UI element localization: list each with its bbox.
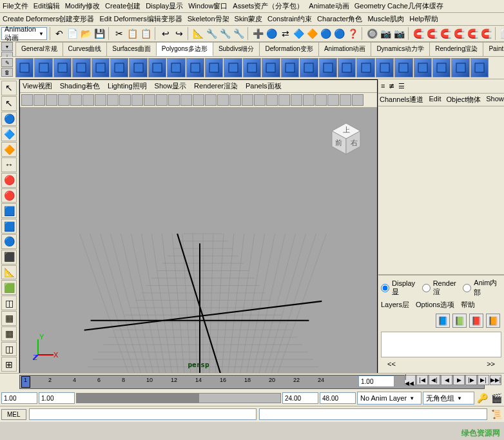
menu-animate[interactable]: Animate动画 bbox=[309, 1, 349, 11]
toolbar-icon[interactable]: ✂ bbox=[113, 27, 126, 40]
play-button[interactable]: |▶ bbox=[465, 375, 477, 385]
shelf-button[interactable] bbox=[205, 58, 223, 77]
layer-action-icon[interactable]: 📙 bbox=[486, 314, 500, 328]
range-slider[interactable] bbox=[76, 393, 281, 403]
toolbar-icon[interactable]: 🔵 bbox=[333, 27, 346, 40]
shelf-button[interactable] bbox=[432, 58, 451, 77]
anim-start-field[interactable] bbox=[39, 392, 75, 404]
viewport-tool-icon[interactable] bbox=[303, 94, 315, 106]
viewport-tool-icon[interactable] bbox=[254, 94, 266, 106]
viewport-tool-icon[interactable] bbox=[46, 94, 57, 106]
layer-radio-anim[interactable] bbox=[463, 284, 471, 292]
shelf-tab[interactable]: PaintEffects画笔特 bbox=[483, 42, 504, 56]
shelf-trash-icon[interactable]: 🗑 bbox=[1, 68, 13, 77]
tool-button[interactable]: ↔ bbox=[1, 157, 17, 172]
tool-button[interactable]: 🔶 bbox=[1, 142, 17, 157]
layer-action-icon[interactable]: 📗 bbox=[452, 314, 467, 328]
tool-button[interactable]: 🔵 bbox=[1, 234, 17, 249]
viewport-tool-icon[interactable] bbox=[34, 94, 45, 106]
toolbar-icon[interactable]: 🔧 bbox=[233, 27, 246, 40]
channel-icon[interactable]: ☰ bbox=[398, 82, 405, 90]
tool-button[interactable]: ↖ bbox=[1, 81, 17, 95]
layer-list[interactable] bbox=[381, 332, 501, 357]
shelf-tab[interactable]: Rendering渲染 bbox=[429, 42, 483, 56]
shelf-button[interactable] bbox=[129, 58, 147, 77]
toolbar-icon[interactable]: 📂 bbox=[80, 27, 93, 40]
viewport-3d[interactable]: 上 前 右 Y X Z persp bbox=[20, 108, 377, 373]
anim-layer-dropdown[interactable]: No Anim Layer bbox=[357, 392, 422, 405]
vp-menu-view[interactable]: View视图 bbox=[23, 81, 52, 91]
shelf-edit-icon[interactable]: ✎ bbox=[1, 58, 13, 67]
play-button[interactable]: ▶| bbox=[478, 375, 489, 385]
vp-menu-panels[interactable]: Panels面板 bbox=[246, 81, 282, 91]
tool-button[interactable]: 🔴 bbox=[1, 173, 17, 188]
layout-button[interactable]: ⊞ bbox=[1, 357, 17, 372]
menu-character[interactable]: Character角色 bbox=[317, 14, 362, 24]
shelf-button[interactable] bbox=[243, 58, 261, 77]
viewport-tool-icon[interactable] bbox=[229, 94, 241, 106]
channel-icon[interactable]: ≢ bbox=[389, 82, 394, 90]
toolbar-icon[interactable]: 📷 bbox=[380, 27, 393, 40]
tool-button[interactable]: 🟦 bbox=[1, 219, 17, 234]
tab-edit[interactable]: Edit bbox=[429, 95, 441, 105]
shelf-tab[interactable]: Curves曲线 bbox=[63, 42, 108, 56]
toolbar-icon[interactable]: 🔘 bbox=[366, 27, 379, 40]
menu-create-deformers[interactable]: Create Deformers创建变形器 bbox=[3, 14, 94, 24]
vp-menu-shading[interactable]: Shading着色 bbox=[60, 81, 100, 91]
script-editor-icon[interactable]: 📜 bbox=[490, 408, 503, 421]
play-button[interactable]: ◀ bbox=[441, 375, 452, 385]
toolbar-icon[interactable]: 🔧 bbox=[219, 27, 232, 40]
shelf-button[interactable] bbox=[451, 58, 469, 77]
shelf-button[interactable] bbox=[148, 58, 166, 77]
shelf-button[interactable] bbox=[470, 58, 489, 77]
layer-action-icon[interactable]: 📕 bbox=[469, 314, 483, 328]
layer-menu-layers[interactable]: Layers层 bbox=[381, 300, 409, 310]
prefs-icon[interactable]: 🎬 bbox=[490, 392, 503, 405]
toolbar-icon[interactable]: 📋 bbox=[126, 27, 139, 40]
layout-button[interactable]: ▦ bbox=[1, 311, 17, 326]
tab-show[interactable]: Show bbox=[486, 95, 504, 105]
playback-end-field[interactable] bbox=[320, 392, 356, 404]
toolbar-icon[interactable]: 🔧 bbox=[206, 27, 218, 40]
shelf-button[interactable] bbox=[262, 58, 280, 77]
layer-action-icon[interactable]: 📘 bbox=[436, 314, 450, 328]
viewport-tool-icon[interactable] bbox=[180, 94, 192, 106]
shelf-button[interactable] bbox=[414, 58, 432, 77]
tool-button[interactable]: 🟩 bbox=[1, 280, 17, 295]
menu-file[interactable]: File文件 bbox=[3, 1, 28, 11]
toolbar-icon[interactable]: 💾 bbox=[93, 27, 106, 40]
viewport-tool-icon[interactable] bbox=[315, 94, 327, 106]
toolbar-icon[interactable]: 🔷 bbox=[293, 27, 305, 40]
command-input[interactable] bbox=[29, 408, 257, 420]
layer-nav-next[interactable]: >> bbox=[487, 360, 495, 368]
menu-assets[interactable]: Assets资产（分享包） bbox=[233, 1, 304, 11]
shelf-tab[interactable]: Subdivs细分 bbox=[213, 42, 260, 56]
toolbar-icon[interactable]: 🧲 bbox=[480, 27, 493, 40]
shelf-button[interactable] bbox=[394, 58, 412, 77]
shelf-tab[interactable]: Dynamics动力学 bbox=[371, 42, 430, 56]
viewcube[interactable]: 上 前 右 bbox=[328, 121, 364, 157]
vp-menu-lighting[interactable]: Lighting照明 bbox=[108, 81, 147, 91]
tab-channels[interactable]: Channels通道 bbox=[380, 95, 423, 105]
toolbar-icon[interactable]: 🧲 bbox=[426, 27, 439, 40]
menu-geomcache[interactable]: Geometry Cache几何体缓存 bbox=[354, 1, 443, 11]
tool-button[interactable]: 📐 bbox=[1, 265, 17, 280]
tool-button[interactable]: 🟦 bbox=[1, 203, 17, 218]
shelf-button[interactable] bbox=[376, 58, 394, 77]
layer-radio-render[interactable] bbox=[422, 284, 431, 292]
command-language-label[interactable]: MEL bbox=[1, 409, 26, 420]
viewport-tool-icon[interactable] bbox=[82, 94, 94, 106]
toolbar-icon[interactable]: 📷 bbox=[393, 27, 406, 40]
shelf-tab[interactable]: Animation动画 bbox=[318, 42, 371, 56]
layer-radio-display[interactable] bbox=[381, 284, 389, 292]
play-button[interactable]: ◀| bbox=[429, 375, 440, 385]
viewport-tool-icon[interactable] bbox=[340, 94, 351, 106]
viewport-tool-icon[interactable] bbox=[352, 94, 363, 106]
shelf-tab[interactable]: General常规 bbox=[15, 42, 63, 56]
toolbar-icon[interactable]: 📋 bbox=[140, 27, 153, 40]
tool-button[interactable]: ⬛ bbox=[1, 250, 17, 265]
menu-help[interactable]: Help帮助 bbox=[409, 14, 438, 24]
viewport-tool-icon[interactable] bbox=[156, 94, 168, 106]
tool-button[interactable]: ↖ bbox=[1, 96, 17, 111]
viewport-tool-icon[interactable] bbox=[242, 94, 253, 106]
